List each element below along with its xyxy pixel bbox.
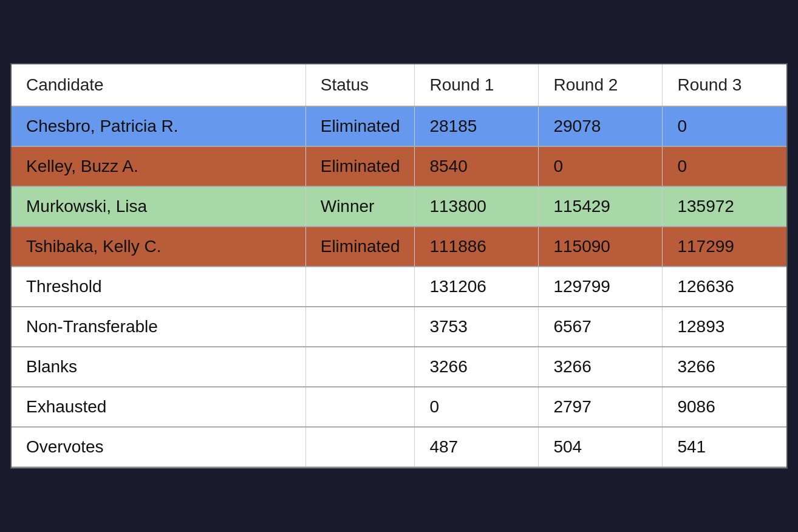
candidate-round1: 113800 [415,186,539,227]
candidate-name: Kelley, Buzz A. [12,146,305,186]
header-round2: Round 2 [539,64,663,106]
summary-label: Blanks [12,347,305,387]
candidate-round2: 115429 [539,186,663,227]
candidate-round1: 8540 [415,146,539,186]
candidate-name: Murkowski, Lisa [12,186,305,227]
summary-round1: 3266 [415,347,539,387]
candidate-round3: 0 [663,146,786,186]
summary-status [305,387,415,427]
candidate-status: Eliminated [305,146,415,186]
summary-row: Non-Transferable 3753 6567 12893 [12,307,786,347]
summary-row: Exhausted 0 2797 9086 [12,387,786,427]
summary-label: Overvotes [12,427,305,467]
summary-round1: 3753 [415,307,539,347]
header-round1: Round 1 [415,64,539,106]
summary-round2: 504 [539,427,663,467]
candidate-name: Tshibaka, Kelly C. [12,227,305,267]
summary-round2: 3266 [539,347,663,387]
summary-status [305,427,415,467]
summary-round3: 541 [663,427,786,467]
summary-label: Non-Transferable [12,307,305,347]
candidate-round1: 28185 [415,106,539,146]
summary-label: Exhausted [12,387,305,427]
candidate-status: Eliminated [305,106,415,146]
summary-round1: 0 [415,387,539,427]
summary-status [305,307,415,347]
summary-round1: 487 [415,427,539,467]
summary-round2: 2797 [539,387,663,427]
candidate-name: Chesbro, Patricia R. [12,106,305,146]
summary-row: Blanks 3266 3266 3266 [12,347,786,387]
candidate-round2: 29078 [539,106,663,146]
candidate-round2: 0 [539,146,663,186]
table-row: Murkowski, Lisa Winner 113800 115429 135… [12,186,786,227]
table-row: Kelley, Buzz A. Eliminated 8540 0 0 [12,146,786,186]
candidate-round3: 135972 [663,186,786,227]
election-results-table: Candidate Status Round 1 Round 2 Round 3… [12,64,786,468]
summary-round3: 12893 [663,307,786,347]
candidate-round3: 117299 [663,227,786,267]
summary-status [305,347,415,387]
table-row: Tshibaka, Kelly C. Eliminated 111886 115… [12,227,786,267]
candidate-round3: 0 [663,106,786,146]
table-header-row: Candidate Status Round 1 Round 2 Round 3 [12,64,786,106]
summary-round2: 6567 [539,307,663,347]
summary-round3: 9086 [663,387,786,427]
header-status: Status [305,64,415,106]
header-candidate: Candidate [12,64,305,106]
candidate-round2: 115090 [539,227,663,267]
candidate-status: Winner [305,186,415,227]
summary-label: Threshold [12,267,305,307]
header-round3: Round 3 [663,64,786,106]
table-row: Chesbro, Patricia R. Eliminated 28185 29… [12,106,786,146]
summary-round3: 3266 [663,347,786,387]
summary-round3: 126636 [663,267,786,307]
summary-status [305,267,415,307]
candidate-round1: 111886 [415,227,539,267]
summary-row: Overvotes 487 504 541 [12,427,786,467]
candidate-status: Eliminated [305,227,415,267]
results-table-container: Candidate Status Round 1 Round 2 Round 3… [10,63,788,469]
summary-row: Threshold 131206 129799 126636 [12,267,786,307]
summary-round1: 131206 [415,267,539,307]
summary-round2: 129799 [539,267,663,307]
